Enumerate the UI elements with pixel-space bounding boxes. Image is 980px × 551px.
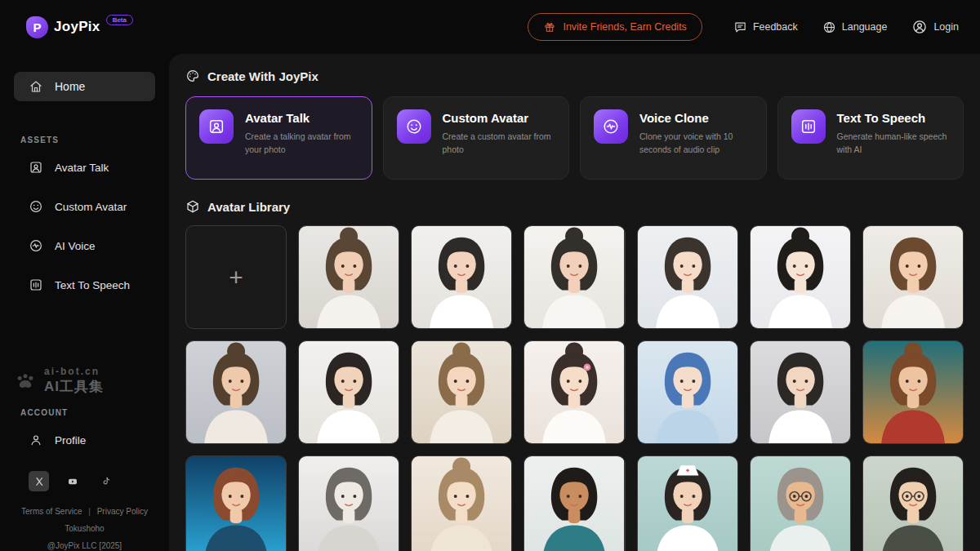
sidebar-item-label: Custom Avatar [55,201,127,213]
home-icon [29,79,43,94]
account-section-label: ACCOUNT [20,408,169,417]
avatar-card[interactable] [298,455,399,551]
globe-icon [822,20,836,34]
text-to-speech-icon [29,278,43,292]
ai-voice-icon [594,109,628,144]
sidebar-item-label: Home [55,80,85,93]
social-links [0,471,169,491]
terms-link[interactable]: Terms of Service [21,507,82,516]
avatar-grid: + [185,225,964,551]
watermark-line1: ai-bot.cn [44,366,104,377]
avatar-card[interactable] [637,455,738,551]
avatar-card[interactable] [411,225,512,329]
paw-icon [13,369,38,393]
sidebar-item-label: Avatar Talk [55,162,109,174]
create-card-title: Avatar Talk [245,111,359,125]
library-header: Avatar Library [185,199,964,214]
profile-icon [29,433,43,447]
sidebar-item-ai-voice[interactable]: AI Voice [0,226,169,265]
ai-voice-icon [29,238,43,253]
copyright-text: @JoyPix LLC [2025] [0,537,169,551]
login-button[interactable]: Login [911,19,959,35]
avatar-card[interactable] [523,340,625,444]
beta-badge: Beta [106,15,133,25]
create-card-desc: Clone your voice with 10 seconds of audi… [639,130,753,157]
gift-icon [543,20,556,33]
avatar-card[interactable] [637,340,738,444]
avatar-card[interactable] [298,340,399,444]
avatar-card[interactable] [523,225,625,329]
invite-friends-button[interactable]: Invite Friends, Earn Credits [528,13,702,41]
social-youtube-icon[interactable] [62,471,82,491]
create-card-custom-avatar[interactable]: Custom AvatarCreate a custom avatar from… [383,96,570,180]
language-button[interactable]: Language [822,20,888,34]
library-title: Avatar Library [207,200,290,214]
joypix-logo-icon: P [26,16,48,38]
social-tiktok-icon[interactable] [96,471,116,491]
sidebar-footer: Terms of Service | Privacy Policy Tokush… [0,503,169,551]
social-x-icon[interactable] [29,471,49,491]
feedback-button[interactable]: Feedback [733,20,798,34]
sidebar: Home ASSETS Avatar TalkCustom AvatarAI V… [0,54,169,551]
invite-label: Invite Friends, Earn Credits [563,21,686,33]
watermark: ai-bot.cn AI工具集 [13,366,104,396]
sidebar-item-profile[interactable]: Profile [0,420,169,460]
create-card-title: Text To Speech [837,111,951,125]
feedback-icon [733,20,747,34]
avatar-card[interactable] [185,455,287,551]
avatar-card[interactable] [411,340,512,444]
sidebar-item-label: Profile [55,434,86,447]
topbar: P JoyPix Beta Invite Friends, Earn Credi… [0,0,980,54]
tokushoho-link[interactable]: Tokushoho [0,520,169,537]
feedback-label: Feedback [753,21,798,33]
avatar-card[interactable] [637,225,738,329]
sidebar-item-home[interactable]: Home [14,72,155,101]
custom-avatar-icon [397,109,431,144]
login-icon [911,19,928,35]
avatar-card[interactable] [185,340,287,444]
create-card-text-to-speech[interactable]: Text To SpeechGenerate human-like speech… [777,96,964,180]
login-label: Login [933,21,959,33]
text-to-speech-icon [791,109,826,144]
palette-icon [185,69,200,83]
avatar-card[interactable] [750,225,851,329]
create-card-voice-clone[interactable]: Voice CloneClone your voice with 10 seco… [580,96,767,180]
avatar-card[interactable] [862,455,964,551]
avatar-card[interactable] [298,225,399,329]
brand-name: JoyPix [54,19,100,35]
create-card-desc: Create a talking avatar from your photo [245,130,359,157]
avatar-talk-icon [29,160,43,175]
cube-icon [185,199,200,214]
avatar-card[interactable] [523,455,625,551]
sidebar-assets-list: Avatar TalkCustom AvatarAI VoiceText To … [0,148,169,304]
language-label: Language [842,21,888,33]
sidebar-item-label: AI Voice [55,240,96,252]
avatar-card[interactable] [411,455,512,551]
add-avatar-button[interactable]: + [185,225,287,329]
create-card-title: Voice Clone [639,111,753,125]
sidebar-item-label: Text To Speech [55,279,130,291]
create-title: Create With JoyPix [207,69,318,83]
avatar-card[interactable] [750,340,851,444]
footer-separator: | [88,507,91,516]
create-card-desc: Generate human-like speech with AI [837,130,951,157]
plus-icon: + [229,264,243,291]
watermark-line2: AI工具集 [44,377,104,396]
sidebar-item-text-to-speech[interactable]: Text To Speech [0,265,169,304]
app-window: P JoyPix Beta Invite Friends, Earn Credi… [0,0,980,551]
avatar-card[interactable] [862,340,964,444]
assets-section-label: ASSETS [20,136,169,144]
joypix-logo[interactable]: P JoyPix Beta [26,16,133,38]
avatar-card[interactable] [750,455,851,551]
create-card-title: Custom Avatar [443,111,556,125]
topbar-actions: Invite Friends, Earn Credits Feedback La… [528,13,959,41]
custom-avatar-icon [29,199,43,214]
create-card-avatar-talk[interactable]: Avatar TalkCreate a talking avatar from … [185,96,372,180]
avatar-card[interactable] [862,225,964,329]
avatar-talk-icon [199,109,234,144]
sidebar-item-custom-avatar[interactable]: Custom Avatar [0,187,169,226]
privacy-link[interactable]: Privacy Policy [97,507,148,516]
sidebar-account-section: ACCOUNT Profile Terms of Service | Priva… [0,408,169,551]
sidebar-item-avatar-talk[interactable]: Avatar Talk [0,148,169,187]
main-panel: Create With JoyPix Avatar TalkCreate a t… [169,54,980,551]
